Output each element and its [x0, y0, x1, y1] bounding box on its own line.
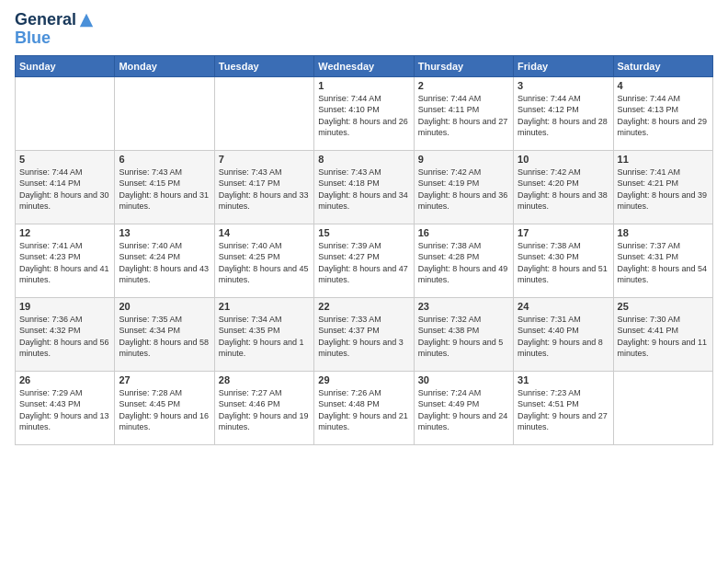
- day-number: 27: [119, 374, 210, 385]
- weekday-header-friday: Friday: [514, 55, 613, 76]
- day-number: 17: [518, 227, 609, 238]
- calendar-cell: 13Sunrise: 7:40 AM Sunset: 4:24 PM Dayli…: [115, 224, 214, 297]
- day-number: 31: [518, 374, 609, 385]
- week-row-1: 1Sunrise: 7:44 AM Sunset: 4:10 PM Daylig…: [16, 76, 713, 150]
- day-info: Sunrise: 7:42 AM Sunset: 4:20 PM Dayligh…: [518, 167, 609, 213]
- day-info: Sunrise: 7:43 AM Sunset: 4:17 PM Dayligh…: [219, 167, 310, 213]
- day-info: Sunrise: 7:32 AM Sunset: 4:38 PM Dayligh…: [418, 314, 509, 360]
- day-info: Sunrise: 7:27 AM Sunset: 4:46 PM Dayligh…: [219, 387, 310, 433]
- day-number: 6: [119, 154, 210, 165]
- day-number: 22: [318, 301, 409, 312]
- day-number: 16: [418, 227, 509, 238]
- day-number: 15: [318, 227, 409, 238]
- calendar-cell: [613, 371, 712, 444]
- week-row-5: 26Sunrise: 7:29 AM Sunset: 4:43 PM Dayli…: [16, 371, 713, 444]
- weekday-header-sunday: Sunday: [16, 55, 115, 76]
- day-number: 26: [19, 374, 110, 385]
- calendar-table: SundayMondayTuesdayWednesdayThursdayFrid…: [15, 55, 713, 445]
- day-number: 24: [518, 301, 609, 312]
- calendar-cell: 15Sunrise: 7:39 AM Sunset: 4:27 PM Dayli…: [314, 224, 414, 297]
- calendar-cell: 19Sunrise: 7:36 AM Sunset: 4:32 PM Dayli…: [16, 297, 115, 371]
- logo-text-blue: Blue: [15, 29, 51, 47]
- logo: General Blue: [15, 11, 95, 48]
- day-number: 23: [418, 301, 509, 312]
- day-info: Sunrise: 7:29 AM Sunset: 4:43 PM Dayligh…: [19, 387, 110, 433]
- calendar-cell: 2Sunrise: 7:44 AM Sunset: 4:11 PM Daylig…: [414, 76, 513, 150]
- day-info: Sunrise: 7:41 AM Sunset: 4:23 PM Dayligh…: [19, 240, 110, 286]
- calendar-cell: 1Sunrise: 7:44 AM Sunset: 4:10 PM Daylig…: [314, 76, 414, 150]
- calendar-cell: 24Sunrise: 7:31 AM Sunset: 4:40 PM Dayli…: [514, 297, 613, 371]
- day-number: 29: [318, 374, 409, 385]
- day-number: 18: [618, 227, 709, 238]
- day-number: 19: [19, 301, 110, 312]
- calendar-cell: 11Sunrise: 7:41 AM Sunset: 4:21 PM Dayli…: [613, 150, 712, 224]
- day-info: Sunrise: 7:44 AM Sunset: 4:10 PM Dayligh…: [318, 93, 409, 139]
- day-info: Sunrise: 7:36 AM Sunset: 4:32 PM Dayligh…: [19, 314, 110, 360]
- day-number: 3: [518, 80, 609, 91]
- day-number: 13: [119, 227, 210, 238]
- day-number: 8: [318, 154, 409, 165]
- calendar-cell: 7Sunrise: 7:43 AM Sunset: 4:17 PM Daylig…: [214, 150, 313, 224]
- calendar-cell: 14Sunrise: 7:40 AM Sunset: 4:25 PM Dayli…: [214, 224, 313, 297]
- day-info: Sunrise: 7:41 AM Sunset: 4:21 PM Dayligh…: [618, 167, 709, 213]
- calendar-cell: 25Sunrise: 7:30 AM Sunset: 4:41 PM Dayli…: [613, 297, 712, 371]
- weekday-header-thursday: Thursday: [414, 55, 513, 76]
- weekday-header-row: SundayMondayTuesdayWednesdayThursdayFrid…: [16, 55, 713, 76]
- week-row-4: 19Sunrise: 7:36 AM Sunset: 4:32 PM Dayli…: [16, 297, 713, 371]
- day-info: Sunrise: 7:26 AM Sunset: 4:48 PM Dayligh…: [318, 387, 409, 433]
- day-info: Sunrise: 7:24 AM Sunset: 4:49 PM Dayligh…: [418, 387, 509, 433]
- calendar-cell: 8Sunrise: 7:43 AM Sunset: 4:18 PM Daylig…: [314, 150, 414, 224]
- calendar-cell: 28Sunrise: 7:27 AM Sunset: 4:46 PM Dayli…: [214, 371, 313, 444]
- weekday-header-monday: Monday: [115, 55, 214, 76]
- logo-text-general: General: [15, 11, 76, 29]
- day-number: 10: [518, 154, 609, 165]
- calendar-cell: [214, 76, 313, 150]
- calendar-cell: 29Sunrise: 7:26 AM Sunset: 4:48 PM Dayli…: [314, 371, 414, 444]
- day-info: Sunrise: 7:23 AM Sunset: 4:51 PM Dayligh…: [518, 387, 609, 433]
- day-number: 4: [618, 80, 709, 91]
- day-info: Sunrise: 7:31 AM Sunset: 4:40 PM Dayligh…: [518, 314, 609, 360]
- calendar-cell: 18Sunrise: 7:37 AM Sunset: 4:31 PM Dayli…: [613, 224, 712, 297]
- day-info: Sunrise: 7:38 AM Sunset: 4:30 PM Dayligh…: [518, 240, 609, 286]
- week-row-3: 12Sunrise: 7:41 AM Sunset: 4:23 PM Dayli…: [16, 224, 713, 297]
- day-number: 5: [19, 154, 110, 165]
- logo-icon: [78, 12, 95, 29]
- calendar-cell: 6Sunrise: 7:43 AM Sunset: 4:15 PM Daylig…: [115, 150, 214, 224]
- calendar-cell: 26Sunrise: 7:29 AM Sunset: 4:43 PM Dayli…: [16, 371, 115, 444]
- day-info: Sunrise: 7:43 AM Sunset: 4:15 PM Dayligh…: [119, 167, 210, 213]
- calendar-cell: 21Sunrise: 7:34 AM Sunset: 4:35 PM Dayli…: [214, 297, 313, 371]
- weekday-header-wednesday: Wednesday: [314, 55, 414, 76]
- calendar-cell: 30Sunrise: 7:24 AM Sunset: 4:49 PM Dayli…: [414, 371, 513, 444]
- day-info: Sunrise: 7:39 AM Sunset: 4:27 PM Dayligh…: [318, 240, 409, 286]
- day-number: 28: [219, 374, 310, 385]
- day-number: 11: [618, 154, 709, 165]
- calendar-cell: 27Sunrise: 7:28 AM Sunset: 4:45 PM Dayli…: [115, 371, 214, 444]
- calendar-cell: 3Sunrise: 7:44 AM Sunset: 4:12 PM Daylig…: [514, 76, 613, 150]
- calendar-cell: 20Sunrise: 7:35 AM Sunset: 4:34 PM Dayli…: [115, 297, 214, 371]
- calendar-cell: 10Sunrise: 7:42 AM Sunset: 4:20 PM Dayli…: [514, 150, 613, 224]
- day-info: Sunrise: 7:44 AM Sunset: 4:11 PM Dayligh…: [418, 93, 509, 139]
- day-info: Sunrise: 7:30 AM Sunset: 4:41 PM Dayligh…: [618, 314, 709, 360]
- day-info: Sunrise: 7:40 AM Sunset: 4:25 PM Dayligh…: [219, 240, 310, 286]
- header: General Blue: [15, 11, 713, 48]
- day-number: 7: [219, 154, 310, 165]
- svg-marker-0: [80, 14, 93, 27]
- day-number: 21: [219, 301, 310, 312]
- day-info: Sunrise: 7:38 AM Sunset: 4:28 PM Dayligh…: [418, 240, 509, 286]
- day-number: 30: [418, 374, 509, 385]
- calendar-cell: 5Sunrise: 7:44 AM Sunset: 4:14 PM Daylig…: [16, 150, 115, 224]
- day-info: Sunrise: 7:33 AM Sunset: 4:37 PM Dayligh…: [318, 314, 409, 360]
- calendar-cell: 22Sunrise: 7:33 AM Sunset: 4:37 PM Dayli…: [314, 297, 414, 371]
- calendar-cell: 12Sunrise: 7:41 AM Sunset: 4:23 PM Dayli…: [16, 224, 115, 297]
- day-number: 25: [618, 301, 709, 312]
- day-number: 1: [318, 80, 409, 91]
- day-number: 9: [418, 154, 509, 165]
- day-info: Sunrise: 7:28 AM Sunset: 4:45 PM Dayligh…: [119, 387, 210, 433]
- day-info: Sunrise: 7:44 AM Sunset: 4:14 PM Dayligh…: [19, 167, 110, 213]
- day-info: Sunrise: 7:44 AM Sunset: 4:13 PM Dayligh…: [618, 93, 709, 139]
- calendar-cell: 23Sunrise: 7:32 AM Sunset: 4:38 PM Dayli…: [414, 297, 513, 371]
- day-info: Sunrise: 7:43 AM Sunset: 4:18 PM Dayligh…: [318, 167, 409, 213]
- day-info: Sunrise: 7:40 AM Sunset: 4:24 PM Dayligh…: [119, 240, 210, 286]
- day-number: 20: [119, 301, 210, 312]
- calendar-cell: [115, 76, 214, 150]
